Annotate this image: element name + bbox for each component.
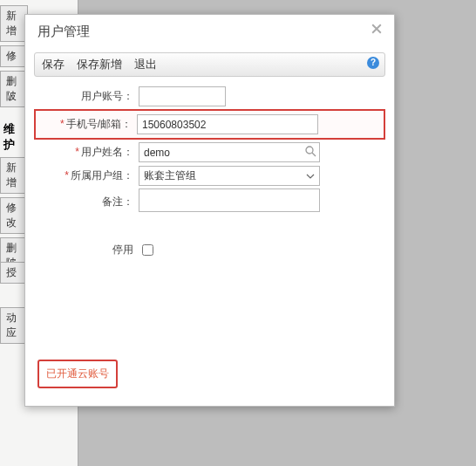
username-input[interactable]	[139, 142, 320, 162]
phone-email-input[interactable]	[137, 114, 318, 134]
bg-maintain-heading: 维护	[0, 118, 26, 156]
chevron-down-icon	[306, 174, 315, 179]
remark-input[interactable]	[139, 188, 320, 212]
group-label: *所属用户组：	[34, 168, 139, 183]
user-group-select[interactable]: 账套主管组	[139, 166, 320, 186]
search-icon[interactable]	[305, 146, 316, 157]
phone-label: *手机号/邮箱：	[36, 117, 137, 132]
close-icon[interactable]	[371, 24, 384, 36]
cloud-account-status: 已开通云账号	[37, 360, 118, 388]
exit-button[interactable]: 退出	[134, 57, 157, 72]
save-button[interactable]: 保存	[42, 57, 65, 72]
user-group-value: 账套主管组	[144, 168, 196, 183]
account-label: 用户账号：	[34, 89, 139, 104]
remark-label: 备注：	[34, 195, 139, 209]
toolbar: 保存 保存新增 退出 ?	[34, 52, 385, 77]
svg-line-1	[312, 153, 316, 156]
modal-title: 用户管理	[37, 24, 90, 38]
save-new-button[interactable]: 保存新增	[77, 57, 122, 72]
user-management-modal: 用户管理 保存 保存新增 退出 ? 用户账号： *手机号/邮箱：	[24, 14, 395, 407]
name-label: *用户姓名：	[34, 145, 139, 160]
svg-point-0	[306, 147, 313, 154]
help-icon[interactable]: ?	[367, 57, 379, 69]
disable-checkbox[interactable]	[142, 244, 153, 256]
account-input[interactable]	[139, 86, 226, 106]
disable-label: 停用	[34, 243, 139, 257]
